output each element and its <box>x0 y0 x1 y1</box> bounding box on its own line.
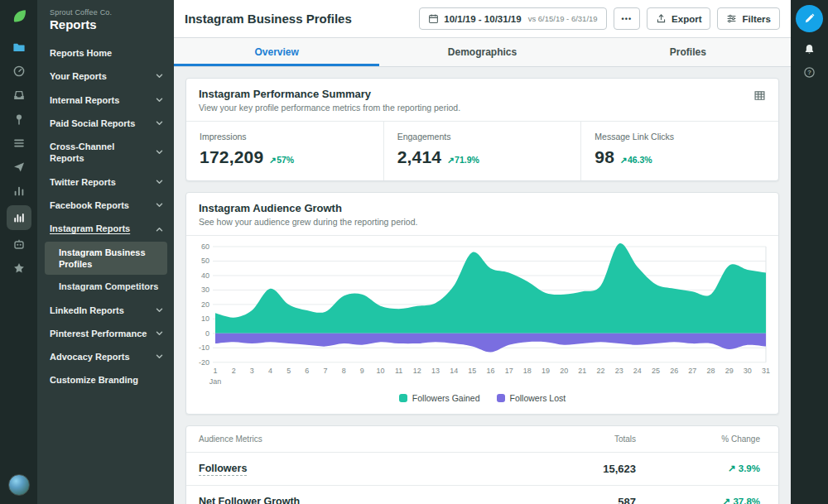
metric-change: ↗57% <box>269 155 294 165</box>
svg-text:24: 24 <box>633 367 642 375</box>
export-button[interactable]: Export <box>647 7 710 30</box>
metric-value: 98 <box>595 147 614 167</box>
legend-followers-gained[interactable]: Followers Gained <box>399 393 480 403</box>
send-icon[interactable] <box>7 156 31 179</box>
report-tabs: OverviewDemographicsProfiles <box>174 38 791 67</box>
svg-text:10: 10 <box>201 314 209 323</box>
folder-icon[interactable] <box>7 36 31 59</box>
sidebar-item-instagram-competitors[interactable]: Instagram Competitors <box>45 276 167 297</box>
table-view-icon[interactable] <box>753 88 766 105</box>
svg-text:0: 0 <box>205 329 209 338</box>
export-icon <box>656 13 667 24</box>
svg-text:27: 27 <box>688 367 696 375</box>
sidebar-item-reports-home[interactable]: Reports Home <box>37 41 174 65</box>
performance-summary-title: Instagram Performance Summary <box>199 88 753 100</box>
sidebar: Sprout Coffee Co. Reports Reports HomeYo… <box>37 0 174 504</box>
date-range-label: 10/1/19 - 10/31/19 <box>444 14 521 24</box>
svg-text:25: 25 <box>652 367 660 375</box>
filters-button[interactable]: Filters <box>717 7 780 30</box>
sprout-logo-icon[interactable] <box>10 7 28 26</box>
star-icon[interactable] <box>7 257 31 280</box>
compose-button[interactable] <box>796 5 823 32</box>
page-title: Instagram Business Profiles <box>185 12 412 26</box>
table-header-row: Audience Metrics Totals % Change <box>186 426 778 452</box>
row-total: 587 <box>470 496 636 504</box>
table-row-followers[interactable]: Followers 15,623 ↗ 3.9% <box>186 452 778 485</box>
svg-text:30: 30 <box>744 367 752 375</box>
svg-text:5: 5 <box>286 367 291 375</box>
row-metric-label[interactable]: Followers <box>199 463 247 476</box>
inbox-icon[interactable] <box>7 84 31 107</box>
metric-label: Engagements <box>397 132 568 142</box>
svg-text:18: 18 <box>523 367 532 375</box>
svg-text:6: 6 <box>305 367 309 375</box>
list-icon[interactable] <box>7 132 31 155</box>
svg-text:-20: -20 <box>199 358 209 367</box>
sidebar-nav: Reports HomeYour ReportsInternal Reports… <box>37 41 174 504</box>
audience-growth-subtitle: See how your audience grew during the re… <box>199 217 766 227</box>
more-actions-button[interactable]: ••• <box>614 7 640 30</box>
notifications-bell-icon[interactable] <box>803 43 816 55</box>
svg-text:2: 2 <box>232 367 236 375</box>
performance-summary-header: Instagram Performance Summary View your … <box>186 79 778 122</box>
svg-text:20: 20 <box>201 300 209 309</box>
chart-area: 6050403020100-10-20123456789101112131415… <box>186 236 778 388</box>
svg-text:1: 1 <box>213 367 217 375</box>
reports-icon[interactable] <box>7 205 31 230</box>
tab-profiles[interactable]: Profiles <box>585 38 791 66</box>
svg-text:Jan: Jan <box>209 377 221 386</box>
svg-text:50: 50 <box>201 257 209 265</box>
legend-followers-lost[interactable]: Followers Lost <box>497 393 566 403</box>
audience-growth-chart[interactable]: 6050403020100-10-20123456789101112131415… <box>193 242 772 388</box>
sidebar-item-linkedin-reports[interactable]: LinkedIn Reports <box>37 299 174 322</box>
row-metric-label[interactable]: Net Follower Growth <box>199 496 300 504</box>
metric-label: Message Link Clicks <box>595 132 765 142</box>
date-range-picker[interactable]: 10/1/19 - 10/31/19 vs 6/15/19 - 6/31/19 <box>419 7 606 30</box>
followers-lost-swatch <box>497 394 505 402</box>
app: Sprout Coffee Co. Reports Reports HomeYo… <box>0 0 828 504</box>
sidebar-item-twitter-reports[interactable]: Twitter Reports <box>37 170 174 194</box>
pulse-icon[interactable] <box>7 180 31 203</box>
pin-icon[interactable] <box>7 108 31 131</box>
sidebar-item-internal-reports[interactable]: Internal Reports <box>37 89 174 112</box>
followers-gained-swatch <box>399 394 407 402</box>
sidebar-item-facebook-reports[interactable]: Facebook Reports <box>37 194 174 217</box>
metrics-row: Impressions 172,209 ↗57% Engagements 2,4… <box>186 122 778 180</box>
export-label: Export <box>672 14 701 24</box>
gauge-icon[interactable] <box>7 60 31 83</box>
svg-text:31: 31 <box>762 367 770 375</box>
report-content: Instagram Performance Summary View your … <box>174 67 791 504</box>
metric-change: ↗46.3% <box>620 155 652 165</box>
sidebar-item-advocacy-reports[interactable]: Advocacy Reports <box>37 345 174 368</box>
sidebar-item-customize-branding[interactable]: Customize Branding <box>37 368 174 391</box>
svg-text:?: ? <box>807 69 811 76</box>
help-icon[interactable]: ? <box>803 66 816 79</box>
svg-text:13: 13 <box>431 367 440 375</box>
legend-label: Followers Gained <box>412 393 480 403</box>
up-arrow-icon: ↗ <box>269 155 277 165</box>
user-avatar[interactable] <box>8 474 30 496</box>
svg-text:-10: -10 <box>199 343 209 352</box>
svg-text:7: 7 <box>323 367 327 375</box>
sidebar-item-paid-social-reports[interactable]: Paid Social Reports <box>37 112 174 135</box>
sidebar-item-instagram-reports[interactable]: Instagram Reports <box>37 217 174 240</box>
table-row-net-follower-growth[interactable]: Net Follower Growth 587 ↗ 37.8% <box>186 485 778 504</box>
chart-legend: Followers Gained Followers Lost <box>186 388 778 414</box>
tab-demographics[interactable]: Demographics <box>379 38 585 66</box>
svg-text:16: 16 <box>486 367 494 375</box>
svg-text:4: 4 <box>268 367 272 375</box>
svg-text:28: 28 <box>706 367 715 375</box>
filters-icon <box>726 13 737 24</box>
sidebar-item-cross-channel-reports[interactable]: Cross-Channel Reports <box>37 135 174 170</box>
bot-icon[interactable] <box>7 233 31 256</box>
svg-text:15: 15 <box>468 367 476 375</box>
sidebar-item-instagram-business-profiles[interactable]: Instagram Business Profiles <box>45 242 167 276</box>
svg-text:22: 22 <box>596 367 604 375</box>
metric-impressions: Impressions 172,209 ↗57% <box>186 122 384 180</box>
sidebar-item-your-reports[interactable]: Your Reports <box>37 65 174 88</box>
sidebar-item-pinterest-performance[interactable]: Pinterest Performance <box>37 322 174 345</box>
metric-message-link-clicks: Message Link Clicks 98 ↗46.3% <box>581 122 778 180</box>
tab-overview[interactable]: Overview <box>174 38 379 66</box>
svg-text:14: 14 <box>450 367 458 375</box>
col-totals: Totals <box>470 434 636 444</box>
